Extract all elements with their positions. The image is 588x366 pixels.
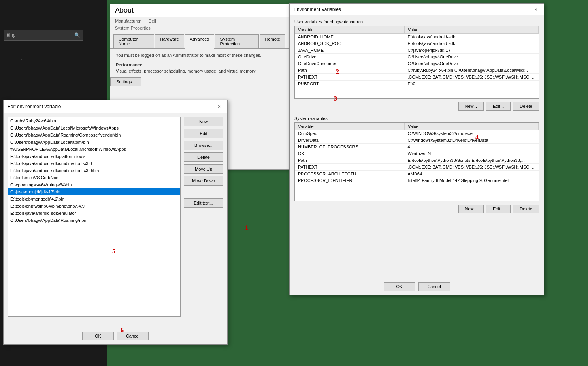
var-value: Intel64 Family 6 Model 142 Stepping 9, G… xyxy=(404,177,538,184)
env-vars-close-button[interactable]: × xyxy=(532,6,540,13)
path-item[interactable]: C:\cpp\mingw-w64\mingw64\bin xyxy=(8,181,180,188)
user-new-button[interactable]: New... xyxy=(458,102,484,111)
user-vars-table-container[interactable]: Variable Value ANDROID_HOMEE:\tools\java… xyxy=(294,26,539,99)
table-row[interactable]: PathC:\ruby\Ruby24-x64\bin;C:\Users\bhag… xyxy=(295,67,539,74)
path-item[interactable]: E:\tools\java\android-sdk\cmdline-tools\… xyxy=(8,160,180,167)
search-icon: 🔍 xyxy=(74,32,80,38)
system-vars-table-container[interactable]: Variable Value ComSpecC:\WINDOWS\system3… xyxy=(294,122,539,201)
var-value: E:\tools\java\android-sdk xyxy=(404,40,538,47)
move-down-button[interactable]: Move Down xyxy=(184,176,223,186)
var-name: OneDriveConsumer xyxy=(295,60,404,67)
manufacturer-label: Manufacturer xyxy=(115,19,141,23)
path-item[interactable]: C:\Users\bhagw\AppData\Local\Microsoft\W… xyxy=(8,124,180,131)
system-vars-table: Variable Value ComSpecC:\WINDOWS\system3… xyxy=(295,123,539,184)
var-value: C:\Windows\System32\Drivers\DriverData xyxy=(404,137,538,144)
table-row[interactable]: PROCESSOR_IDENTIFIERIntel64 Family 6 Mod… xyxy=(295,177,539,184)
sys-props-title: About xyxy=(115,6,134,15)
new-button[interactable]: New xyxy=(184,117,223,126)
path-item[interactable]: E:\tools\java\android-sdk\cmdline-tools\… xyxy=(8,167,180,174)
env-ok-button[interactable]: OK xyxy=(384,282,415,291)
var-value: C:\Users\bhagw\OneDrive xyxy=(404,60,538,67)
edit-env-dialog: Edit environment variable × C:\ruby\Ruby… xyxy=(3,100,228,345)
var-name: OneDrive xyxy=(295,54,404,60)
settings-button-1[interactable]: Settings... xyxy=(110,77,141,86)
annotation-1: 1 xyxy=(245,224,248,231)
sys-delete-button[interactable]: Delete xyxy=(513,205,539,213)
table-row[interactable]: PATHEXT.COM;.EXE;.BAT;.CMD;.VBS;.VBE;.JS… xyxy=(295,74,539,81)
delete-button[interactable]: Delete xyxy=(184,152,223,162)
path-item[interactable]: E:\tools\php\wamp64\bin\php\php7.4.9 xyxy=(8,203,180,210)
user-delete-button[interactable]: Delete xyxy=(513,102,539,111)
path-item[interactable]: E:\tools\db\mongodb\4.2\bin xyxy=(8,195,180,203)
path-item[interactable]: C:\Users\bhagw\AppData\Local\atom\bin xyxy=(8,139,180,146)
path-item[interactable]: %USERPROFILE%\AppData\Local\Microsoft\Wi… xyxy=(8,146,180,153)
user-edit-button[interactable]: Edit... xyxy=(486,102,511,111)
sys-edit-button[interactable]: Edit... xyxy=(486,205,511,213)
user-vars-label: User variables for bhagwatchouhan xyxy=(290,15,544,26)
browse-button[interactable]: Browse... xyxy=(184,141,223,150)
tab-hardware[interactable]: Hardware xyxy=(155,34,184,48)
path-item[interactable]: E:\tools\java\android-sdk\platform-tools xyxy=(8,153,180,160)
user-col-variable: Variable xyxy=(295,26,404,34)
table-row[interactable]: JAVA_HOMEC:\java\openjdk\jdk-17 xyxy=(295,47,539,54)
sys-new-button[interactable]: New... xyxy=(458,205,484,213)
env-vars-footer: OK Cancel xyxy=(290,282,544,291)
var-value: E:\0 xyxy=(404,81,538,87)
path-item[interactable]: C:\java\openjdk\jdk-17\bin xyxy=(8,188,180,195)
var-name: Path xyxy=(295,157,404,164)
var-name: PUBPORT xyxy=(295,81,404,87)
var-value: C:\java\openjdk\jdk-17 xyxy=(404,47,538,54)
var-name: PROCESSOR_ARCHITECTU... xyxy=(295,171,404,177)
performance-desc: Visual effects, processor scheduling, me… xyxy=(116,69,284,73)
edit-env-cancel-button[interactable]: Cancel xyxy=(117,332,149,340)
edit-button[interactable]: Edit xyxy=(184,129,223,138)
table-row[interactable]: PathE:\tools\python\Python38\Scripts;E:\… xyxy=(295,157,539,164)
table-row[interactable]: ANDROID_HOMEE:\tools\java\android-sdk xyxy=(295,34,539,40)
table-row[interactable]: PUBPORTE:\0 xyxy=(295,81,539,87)
var-name: DriverData xyxy=(295,137,404,144)
table-row[interactable]: PROCESSOR_ARCHITECTU...AMD64 xyxy=(295,171,539,177)
var-value: 4 xyxy=(404,144,538,150)
system-vars-buttons: New... Edit... Delete xyxy=(290,201,544,216)
edit-env-title: Edit environment variable xyxy=(8,104,61,109)
path-item[interactable]: E:\tools\mix\VS Code\bin xyxy=(8,174,180,181)
search-box[interactable]: tting 🔍 xyxy=(4,30,83,41)
tab-remote[interactable]: Remote xyxy=(260,34,285,48)
var-name: PATHEXT xyxy=(295,74,404,81)
table-row[interactable]: OneDriveC:\Users\bhagw\OneDrive xyxy=(295,54,539,60)
sys-col-value: Value xyxy=(404,123,538,130)
var-value: .COM;.EXE;.BAT;.CMD;.VBS;.VBE;.JS;.JSE;.… xyxy=(404,74,538,81)
sys-props-tabs: Computer Name Hardware Advanced System P… xyxy=(110,31,289,49)
edit-env-close-button[interactable]: × xyxy=(215,103,223,111)
edit-env-ok-button[interactable]: OK xyxy=(82,332,114,340)
tab-computer-name[interactable]: Computer Name xyxy=(113,34,154,48)
edit-text-button[interactable]: Edit text... xyxy=(184,198,223,208)
var-name: PATHEXT xyxy=(295,164,404,171)
tab-advanced[interactable]: Advanced xyxy=(185,34,215,49)
path-item[interactable]: C:\Users\bhagw\AppData\Roaming\npm xyxy=(8,217,180,224)
path-list[interactable]: C:\ruby\Ruby24-x64\binC:\Users\bhagw\App… xyxy=(8,117,181,317)
var-value: .COM;.EXE;.BAT;.CMD;.VBS;.VBE;.JS;.JSE;.… xyxy=(404,164,538,171)
env-cancel-button[interactable]: Cancel xyxy=(418,282,450,291)
edit-env-body: C:\ruby\Ruby24-x64\binC:\Users\bhagw\App… xyxy=(4,113,227,321)
manufacturer-value: Dell xyxy=(149,19,156,23)
edit-env-footer: OK Cancel xyxy=(4,328,227,344)
user-vars-buttons: New... Edit... Delete xyxy=(290,99,544,114)
path-item[interactable]: C:\ruby\Ruby24-x64\bin xyxy=(8,117,180,124)
table-row[interactable]: PATHEXT.COM;.EXE;.BAT;.CMD;.VBS;.VBE;.JS… xyxy=(295,164,539,171)
sys-props-content: You must be logged on as an Administrato… xyxy=(110,49,289,93)
move-up-button[interactable]: Move Up xyxy=(184,164,223,174)
table-row[interactable]: OSWindows_NT xyxy=(295,150,539,157)
path-item[interactable]: C:\Users\bhagw\AppData\Roaming\Composer\… xyxy=(8,131,180,139)
table-row[interactable]: DriverDataC:\Windows\System32\Drivers\Dr… xyxy=(295,137,539,144)
table-row[interactable]: ANDROID_SDK_ROOTE:\tools\java\android-sd… xyxy=(295,40,539,47)
var-value: Windows_NT xyxy=(404,150,538,157)
table-row[interactable]: OneDriveConsumerC:\Users\bhagw\OneDrive xyxy=(295,60,539,67)
table-row[interactable]: ComSpecC:\WINDOWS\system32\cmd.exe xyxy=(295,130,539,137)
var-value: C:\WINDOWS\system32\cmd.exe xyxy=(404,130,538,137)
table-row[interactable]: NUMBER_OF_PROCESSORS4 xyxy=(295,144,539,150)
sys-props-titlebar: About xyxy=(110,4,289,17)
tab-system-protection[interactable]: System Protection xyxy=(215,34,259,48)
env-vars-title: Environment Variables xyxy=(294,7,341,12)
path-item[interactable]: E:\tools\java\android-sdk\emulator xyxy=(8,210,180,217)
